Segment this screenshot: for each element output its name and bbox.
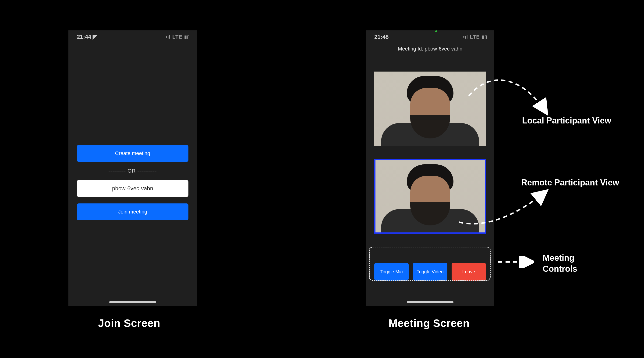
- status-bar: 21:44 ◤ •ıl LTE ▮▯: [68, 30, 197, 42]
- status-time: 21:44 ◤: [77, 34, 97, 40]
- status-bar: 21:48 •ıl LTE ▮▯: [366, 30, 494, 42]
- status-network: •ıl LTE ▮▯: [463, 34, 487, 40]
- join-screen-phone: 21:44 ◤ •ıl LTE ▮▯ Create meeting ------…: [68, 30, 197, 306]
- meeting-screen-caption: Meeting Screen: [388, 317, 470, 329]
- arrow-remote: [450, 185, 552, 231]
- or-divider: --------- OR ----------: [77, 168, 188, 174]
- create-meeting-button[interactable]: Create meeting: [77, 145, 188, 162]
- annotation-controls: MeetingControls: [543, 253, 577, 275]
- meeting-id-label: Meeting Id: pbow-6vec-vahn: [366, 46, 494, 52]
- arrow-local: [464, 70, 555, 124]
- camera-indicator-dot: [435, 30, 437, 32]
- home-indicator: [407, 301, 454, 303]
- arrow-controls: [497, 256, 534, 268]
- join-meeting-button[interactable]: Join meeting: [77, 204, 188, 220]
- status-time: 21:48: [374, 34, 388, 40]
- controls-callout-box: [369, 247, 490, 281]
- status-network: •ıl LTE ▮▯: [166, 34, 190, 40]
- home-indicator: [109, 301, 156, 303]
- join-screen-caption: Join Screen: [98, 317, 160, 329]
- meeting-id-input[interactable]: pbow-6vec-vahn: [77, 180, 188, 197]
